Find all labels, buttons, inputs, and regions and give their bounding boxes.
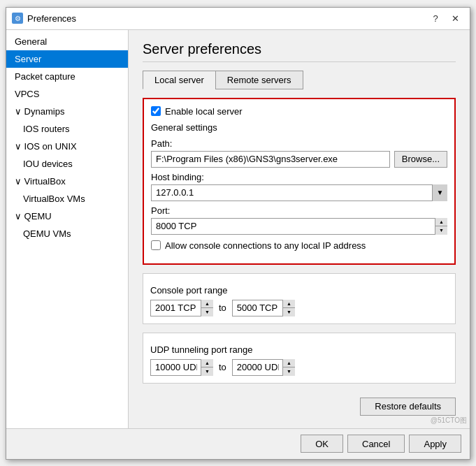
app-icon: ⚙ [12, 13, 23, 24]
port-spinner-buttons: ▲ ▼ [435, 218, 447, 235]
port-label: Port: [151, 205, 447, 216]
enable-local-server-checkbox[interactable] [151, 106, 161, 116]
tabs: Local server Remote servers [143, 71, 456, 89]
console-port-range-label: Console port range [150, 285, 448, 296]
console-to-spin-down[interactable]: ▼ [283, 308, 295, 316]
udp-to-label: to [219, 362, 226, 372]
host-binding-label: Host binding: [151, 172, 447, 182]
console-from-spinner-buttons: ▲ ▼ [201, 300, 213, 316]
udp-tunneling-section: UDP tunneling port range ▲ ▼ to [143, 333, 456, 384]
udp-from-spin-down[interactable]: ▼ [201, 367, 213, 376]
host-binding-select[interactable]: 127.0.0.1 0.0.0.0 [151, 184, 447, 201]
sidebar-item-server[interactable]: Server [6, 50, 128, 68]
general-settings-label: General settings [151, 122, 447, 133]
title-bar: ⚙ Preferences ? ✕ [6, 8, 470, 30]
sidebar-item-iou-devices[interactable]: IOU devices [6, 155, 128, 173]
sidebar-item-qemu[interactable]: ∨ QEMU [6, 207, 128, 225]
window-body: General Server Packet capture VPCS ∨ Dyn… [6, 30, 470, 428]
console-from-spin-down[interactable]: ▼ [201, 308, 213, 316]
sidebar-item-ios-on-unix[interactable]: ∨ IOS on UNIX [6, 138, 128, 155]
path-input[interactable] [151, 151, 390, 168]
console-port-range-section: Console port range ▲ ▼ to [143, 273, 456, 324]
allow-console-row: Allow console connections to any local I… [151, 240, 447, 251]
title-bar-controls: ? ✕ [426, 10, 464, 26]
udp-tunneling-row: ▲ ▼ to ▲ ▼ [150, 359, 448, 376]
tab-remote-servers[interactable]: Remote servers [215, 71, 303, 89]
sidebar-item-virtualbox[interactable]: ∨ VirtualBox [6, 173, 128, 190]
udp-tunneling-label: UDP tunneling port range [150, 344, 448, 355]
host-binding-wrapper: 127.0.0.1 0.0.0.0 ▼ [151, 184, 447, 201]
port-spinner-wrapper: ▲ ▼ [151, 218, 447, 235]
console-to-label: to [219, 303, 226, 313]
console-port-range-row: ▲ ▼ to ▲ ▼ [150, 300, 448, 316]
udp-to-spin-up[interactable]: ▲ [283, 359, 295, 368]
sidebar-item-vpcs[interactable]: VPCS [6, 85, 128, 103]
udp-from-spin-up[interactable]: ▲ [201, 359, 213, 368]
preferences-window: ⚙ Preferences ? ✕ General Server Packet … [6, 7, 470, 460]
path-row: Browse... [151, 151, 447, 168]
port-spin-up[interactable]: ▲ [435, 218, 447, 227]
port-spin-down[interactable]: ▼ [435, 226, 447, 235]
tab-local-server[interactable]: Local server [143, 71, 215, 89]
enable-local-server-label: Enable local server [165, 106, 243, 117]
allow-console-label: Allow console connections to any local I… [165, 240, 366, 251]
sidebar-item-packet-capture[interactable]: Packet capture [6, 68, 128, 85]
main-content: Server preferences Local server Remote s… [129, 30, 470, 427]
sidebar-item-qemu-vms[interactable]: QEMU VMs [6, 225, 128, 242]
console-from-spin-up[interactable]: ▲ [201, 300, 213, 309]
udp-to-spinner: ▲ ▼ [232, 359, 295, 376]
console-to-spinner-buttons: ▲ ▼ [282, 300, 295, 316]
restore-defaults-button[interactable]: Restore defaults [360, 398, 456, 416]
port-input[interactable] [151, 218, 447, 235]
sidebar-item-ios-routers[interactable]: IOS routers [6, 120, 128, 138]
main-panel: Server preferences Local server Remote s… [129, 30, 470, 428]
browse-button[interactable]: Browse... [394, 151, 447, 168]
sidebar-item-dynamips[interactable]: ∨ Dynamips [6, 103, 128, 120]
udp-from-spinner: ▲ ▼ [150, 359, 213, 376]
path-label: Path: [151, 138, 447, 149]
window-title: Preferences [27, 13, 426, 24]
udp-to-spin-down[interactable]: ▼ [283, 367, 295, 376]
local-server-section: Enable local server General settings Pat… [143, 98, 456, 265]
apply-button[interactable]: Apply [409, 435, 461, 453]
close-button[interactable]: ✕ [446, 10, 464, 26]
console-from-spinner: ▲ ▼ [150, 300, 213, 316]
page-title: Server preferences [143, 41, 456, 62]
udp-from-spinner-buttons: ▲ ▼ [201, 359, 213, 376]
udp-to-spinner-buttons: ▲ ▼ [282, 359, 295, 376]
cancel-button[interactable]: Cancel [347, 435, 405, 453]
ok-button[interactable]: OK [301, 435, 343, 453]
help-button[interactable]: ? [426, 10, 445, 26]
enable-local-server-row: Enable local server [151, 106, 447, 117]
port-row: ▲ ▼ [151, 218, 447, 235]
sidebar: General Server Packet capture VPCS ∨ Dyn… [6, 30, 129, 428]
console-to-spinner: ▲ ▼ [232, 300, 295, 316]
allow-console-checkbox[interactable] [151, 240, 161, 250]
sidebar-item-general[interactable]: General [6, 33, 128, 50]
footer-bar: OK Cancel Apply [6, 428, 470, 459]
sidebar-item-virtualbox-vms[interactable]: VirtualBox VMs [6, 190, 128, 207]
watermark: @51CTO图 [431, 416, 467, 425]
host-binding-row: 127.0.0.1 0.0.0.0 ▼ [151, 184, 447, 201]
console-to-spin-up[interactable]: ▲ [283, 300, 295, 309]
